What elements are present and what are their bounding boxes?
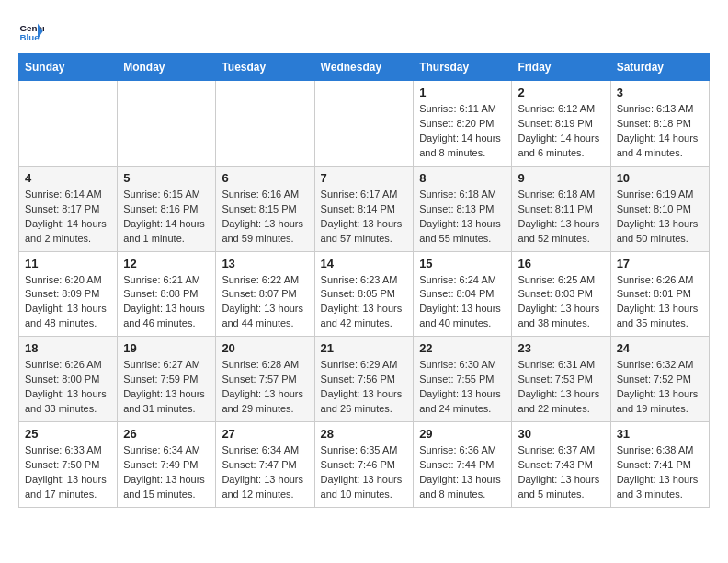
calendar-cell: 7Sunrise: 6:17 AM Sunset: 8:14 PM Daylig… [314, 166, 414, 251]
day-number: 12 [123, 257, 210, 270]
day-number: 23 [518, 341, 604, 355]
page-header: General Blue [18, 18, 710, 44]
calendar-cell: 15Sunrise: 6:24 AM Sunset: 8:04 PM Dayli… [414, 251, 512, 337]
day-info: Sunrise: 6:22 AM Sunset: 8:07 PM Dayligh… [222, 273, 308, 332]
day-info: Sunrise: 6:11 AM Sunset: 8:20 PM Dayligh… [419, 102, 506, 161]
calendar-cell: 18Sunrise: 6:26 AM Sunset: 8:00 PM Dayli… [19, 337, 118, 422]
calendar-cell [314, 81, 414, 167]
svg-text:Blue: Blue [19, 32, 40, 42]
day-info: Sunrise: 6:18 AM Sunset: 8:11 PM Dayligh… [518, 188, 604, 247]
column-header-wednesday: Wednesday [314, 54, 414, 81]
day-number: 14 [321, 257, 408, 270]
calendar-cell: 14Sunrise: 6:23 AM Sunset: 8:05 PM Dayli… [314, 251, 414, 337]
calendar-week-row: 18Sunrise: 6:26 AM Sunset: 8:00 PM Dayli… [19, 337, 710, 422]
day-number: 4 [25, 171, 111, 185]
column-header-friday: Friday [512, 54, 610, 81]
day-info: Sunrise: 6:26 AM Sunset: 8:00 PM Dayligh… [25, 358, 111, 417]
day-number: 11 [25, 257, 111, 270]
calendar-cell: 9Sunrise: 6:18 AM Sunset: 8:11 PM Daylig… [512, 166, 610, 251]
calendar-cell: 21Sunrise: 6:29 AM Sunset: 7:56 PM Dayli… [314, 337, 414, 422]
calendar-cell: 23Sunrise: 6:31 AM Sunset: 7:53 PM Dayli… [512, 337, 610, 422]
day-number: 8 [419, 171, 506, 185]
day-number: 16 [518, 257, 604, 270]
day-info: Sunrise: 6:29 AM Sunset: 7:56 PM Dayligh… [321, 358, 408, 417]
calendar-cell: 12Sunrise: 6:21 AM Sunset: 8:08 PM Dayli… [118, 251, 216, 337]
calendar-week-row: 4Sunrise: 6:14 AM Sunset: 8:17 PM Daylig… [19, 166, 710, 251]
calendar-cell: 8Sunrise: 6:18 AM Sunset: 8:13 PM Daylig… [414, 166, 512, 251]
day-info: Sunrise: 6:18 AM Sunset: 8:13 PM Dayligh… [419, 188, 506, 247]
calendar-cell [216, 81, 314, 167]
calendar-week-row: 11Sunrise: 6:20 AM Sunset: 8:09 PM Dayli… [19, 251, 710, 337]
day-info: Sunrise: 6:28 AM Sunset: 7:57 PM Dayligh… [222, 358, 308, 417]
day-info: Sunrise: 6:14 AM Sunset: 8:17 PM Dayligh… [25, 188, 111, 247]
day-number: 10 [617, 171, 703, 185]
logo: General Blue [18, 18, 48, 44]
day-info: Sunrise: 6:16 AM Sunset: 8:15 PM Dayligh… [222, 188, 308, 247]
day-info: Sunrise: 6:21 AM Sunset: 8:08 PM Dayligh… [123, 273, 210, 332]
column-header-sunday: Sunday [19, 54, 118, 81]
day-number: 25 [25, 427, 111, 441]
calendar-header-row: SundayMondayTuesdayWednesdayThursdayFrid… [19, 54, 710, 81]
calendar-cell: 1Sunrise: 6:11 AM Sunset: 8:20 PM Daylig… [414, 81, 512, 167]
day-number: 29 [419, 427, 506, 441]
day-number: 9 [518, 171, 604, 185]
day-info: Sunrise: 6:34 AM Sunset: 7:47 PM Dayligh… [222, 443, 308, 502]
day-info: Sunrise: 6:19 AM Sunset: 8:10 PM Dayligh… [617, 188, 703, 247]
day-number: 30 [518, 427, 604, 441]
day-info: Sunrise: 6:20 AM Sunset: 8:09 PM Dayligh… [25, 273, 111, 332]
calendar-week-row: 25Sunrise: 6:33 AM Sunset: 7:50 PM Dayli… [19, 422, 710, 508]
day-info: Sunrise: 6:15 AM Sunset: 8:16 PM Dayligh… [123, 188, 210, 247]
day-number: 26 [123, 427, 210, 441]
column-header-tuesday: Tuesday [216, 54, 314, 81]
day-info: Sunrise: 6:38 AM Sunset: 7:41 PM Dayligh… [617, 443, 703, 502]
calendar-cell [118, 81, 216, 167]
day-info: Sunrise: 6:26 AM Sunset: 8:01 PM Dayligh… [617, 273, 703, 332]
day-info: Sunrise: 6:35 AM Sunset: 7:46 PM Dayligh… [321, 443, 408, 502]
calendar-cell: 10Sunrise: 6:19 AM Sunset: 8:10 PM Dayli… [610, 166, 709, 251]
column-header-monday: Monday [118, 54, 216, 81]
day-number: 19 [123, 341, 210, 355]
day-info: Sunrise: 6:31 AM Sunset: 7:53 PM Dayligh… [518, 358, 604, 417]
calendar-cell: 4Sunrise: 6:14 AM Sunset: 8:17 PM Daylig… [19, 166, 118, 251]
calendar-cell: 22Sunrise: 6:30 AM Sunset: 7:55 PM Dayli… [414, 337, 512, 422]
day-info: Sunrise: 6:17 AM Sunset: 8:14 PM Dayligh… [321, 188, 408, 247]
day-number: 22 [419, 341, 506, 355]
calendar-cell: 27Sunrise: 6:34 AM Sunset: 7:47 PM Dayli… [216, 422, 314, 508]
calendar-cell: 17Sunrise: 6:26 AM Sunset: 8:01 PM Dayli… [610, 251, 709, 337]
day-number: 21 [321, 341, 408, 355]
calendar-cell: 5Sunrise: 6:15 AM Sunset: 8:16 PM Daylig… [118, 166, 216, 251]
calendar-cell: 6Sunrise: 6:16 AM Sunset: 8:15 PM Daylig… [216, 166, 314, 251]
day-info: Sunrise: 6:30 AM Sunset: 7:55 PM Dayligh… [419, 358, 506, 417]
calendar-cell: 11Sunrise: 6:20 AM Sunset: 8:09 PM Dayli… [19, 251, 118, 337]
calendar-cell: 29Sunrise: 6:36 AM Sunset: 7:44 PM Dayli… [414, 422, 512, 508]
day-info: Sunrise: 6:23 AM Sunset: 8:05 PM Dayligh… [321, 273, 408, 332]
column-header-saturday: Saturday [610, 54, 709, 81]
day-number: 20 [222, 341, 308, 355]
calendar-cell: 28Sunrise: 6:35 AM Sunset: 7:46 PM Dayli… [314, 422, 414, 508]
day-info: Sunrise: 6:36 AM Sunset: 7:44 PM Dayligh… [419, 443, 506, 502]
calendar-cell [19, 81, 118, 167]
day-number: 31 [617, 427, 703, 441]
calendar-cell: 31Sunrise: 6:38 AM Sunset: 7:41 PM Dayli… [610, 422, 709, 508]
day-number: 5 [123, 171, 210, 185]
day-info: Sunrise: 6:25 AM Sunset: 8:03 PM Dayligh… [518, 273, 604, 332]
calendar-table: SundayMondayTuesdayWednesdayThursdayFrid… [18, 53, 710, 508]
calendar-cell: 19Sunrise: 6:27 AM Sunset: 7:59 PM Dayli… [118, 337, 216, 422]
calendar-cell: 13Sunrise: 6:22 AM Sunset: 8:07 PM Dayli… [216, 251, 314, 337]
calendar-cell: 16Sunrise: 6:25 AM Sunset: 8:03 PM Dayli… [512, 251, 610, 337]
day-number: 3 [617, 86, 703, 99]
day-number: 6 [222, 171, 308, 185]
day-info: Sunrise: 6:34 AM Sunset: 7:49 PM Dayligh… [123, 443, 210, 502]
calendar-week-row: 1Sunrise: 6:11 AM Sunset: 8:20 PM Daylig… [19, 81, 710, 167]
day-info: Sunrise: 6:33 AM Sunset: 7:50 PM Dayligh… [25, 443, 111, 502]
calendar-cell: 3Sunrise: 6:13 AM Sunset: 8:18 PM Daylig… [610, 81, 709, 167]
day-info: Sunrise: 6:13 AM Sunset: 8:18 PM Dayligh… [617, 102, 703, 161]
day-number: 28 [321, 427, 408, 441]
calendar-cell: 20Sunrise: 6:28 AM Sunset: 7:57 PM Dayli… [216, 337, 314, 422]
day-number: 1 [419, 86, 506, 99]
day-info: Sunrise: 6:27 AM Sunset: 7:59 PM Dayligh… [123, 358, 210, 417]
day-info: Sunrise: 6:12 AM Sunset: 8:19 PM Dayligh… [518, 102, 604, 161]
day-number: 27 [222, 427, 308, 441]
calendar-cell: 30Sunrise: 6:37 AM Sunset: 7:43 PM Dayli… [512, 422, 610, 508]
day-info: Sunrise: 6:32 AM Sunset: 7:52 PM Dayligh… [617, 358, 703, 417]
